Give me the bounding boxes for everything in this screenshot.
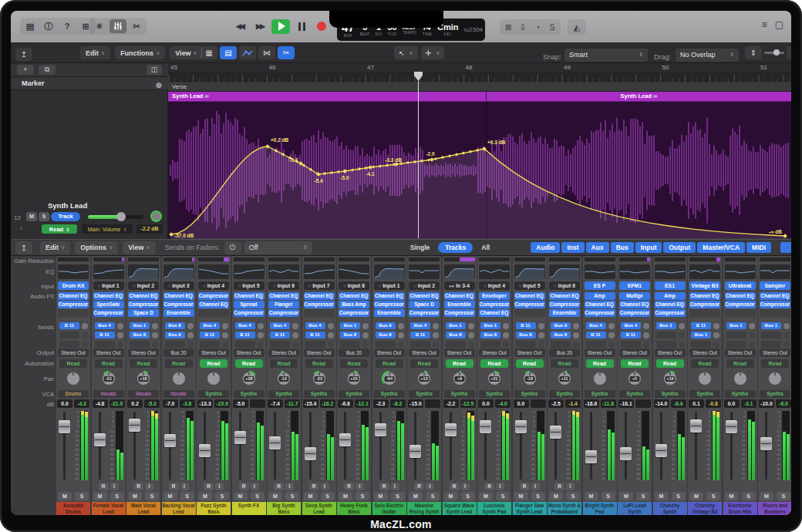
send-level-knob[interactable] xyxy=(749,332,755,338)
send-level-knob[interactable] xyxy=(258,323,264,329)
solo-button[interactable]: S xyxy=(356,492,369,500)
solo-button[interactable]: S xyxy=(531,492,545,500)
vca-assignment[interactable]: Synths xyxy=(479,390,510,398)
vca-assignment[interactable]: Vocals xyxy=(163,390,194,398)
send-slot[interactable]: Bus 4 xyxy=(586,322,606,329)
send-slot[interactable]: Bus 4 xyxy=(200,322,220,329)
send-slot-empty[interactable] xyxy=(691,341,711,348)
output-slot[interactable]: Stereo Out xyxy=(619,348,650,357)
pan-knob[interactable] xyxy=(150,210,162,222)
filter-button-mastervca[interactable]: Master/VCA xyxy=(697,242,745,253)
audio-fx-slot[interactable]: Channel EQ xyxy=(619,301,650,308)
send-level-knob[interactable] xyxy=(222,332,228,338)
input-monitor-button[interactable]: I xyxy=(110,483,119,490)
audio-fx-slot[interactable]: Channel EQ xyxy=(93,292,124,300)
send-level-knob[interactable] xyxy=(679,323,685,329)
record-enable-button[interactable]: R xyxy=(379,483,389,490)
vca-assignment[interactable]: Synths xyxy=(514,390,545,398)
cycle-icon[interactable]: ⋈ xyxy=(258,46,275,59)
automation-mode[interactable]: Read xyxy=(95,359,123,368)
level-meter[interactable] xyxy=(361,411,369,480)
pan-knob[interactable]: +19 xyxy=(662,370,679,387)
fader-cap[interactable] xyxy=(690,419,702,433)
vca-assignment[interactable]: Synths xyxy=(549,390,580,398)
input-slot[interactable]: Vintage B3 xyxy=(689,281,720,290)
input-slot[interactable]: ○Input 6 xyxy=(268,281,299,290)
level-meter[interactable] xyxy=(782,411,790,480)
split-at-playhead-icon[interactable]: ✂ xyxy=(278,46,295,59)
disclosure-icon[interactable]: › xyxy=(20,224,22,232)
channel-name[interactable]: Mono Synth & Pedalboard xyxy=(548,502,581,515)
send-slot-empty[interactable] xyxy=(726,332,746,338)
send-slot[interactable]: B 11 xyxy=(59,322,79,329)
eq-thumbnail[interactable] xyxy=(619,264,650,279)
pan-knob[interactable]: +5 xyxy=(626,370,643,387)
send-level-knob[interactable] xyxy=(328,342,334,348)
mute-button[interactable]: M xyxy=(163,492,177,500)
mixer-icon[interactable] xyxy=(110,19,126,33)
level-meter[interactable] xyxy=(571,411,579,480)
send-slot-empty[interactable] xyxy=(761,341,781,348)
input-slot[interactable]: ○Input 4 xyxy=(479,281,510,290)
solo-button[interactable]: S xyxy=(566,492,580,500)
eq-thumbnail[interactable] xyxy=(268,264,299,279)
send-level-knob[interactable] xyxy=(152,323,158,329)
send-level-knob[interactable] xyxy=(328,323,334,329)
send-level-knob[interactable] xyxy=(503,332,509,338)
send-slot[interactable]: Bus 1 xyxy=(340,322,360,329)
send-slot-empty[interactable] xyxy=(235,341,255,348)
send-slot-empty[interactable] xyxy=(446,341,466,348)
mute-button[interactable]: M xyxy=(585,492,598,500)
send-slot[interactable]: Bus 4 xyxy=(305,322,325,329)
input-monitor-button[interactable]: I xyxy=(426,483,434,490)
send-slot-empty[interactable] xyxy=(621,341,641,348)
send-level-knob[interactable] xyxy=(713,323,719,329)
send-level-knob[interactable] xyxy=(433,342,439,348)
send-slot[interactable]: B 11 xyxy=(691,322,711,329)
tuner-icon[interactable]: ◔ xyxy=(531,23,544,32)
automation-mode[interactable]: Read xyxy=(340,359,368,368)
solo-button[interactable]: S xyxy=(251,492,265,500)
audio-fx-slot[interactable]: Channel EQ xyxy=(760,292,790,300)
send-slot-empty[interactable] xyxy=(270,341,290,348)
rewind-button[interactable]: ◀◀ xyxy=(231,19,248,34)
solo-button[interactable]: S xyxy=(426,492,440,500)
audio-fx-slot[interactable]: Channel EQ xyxy=(268,292,299,300)
channel-name[interactable]: Risers and Boomers xyxy=(758,502,791,515)
input-monitor-button[interactable]: I xyxy=(321,483,329,490)
eq-thumbnail[interactable] xyxy=(585,264,615,279)
channel-name[interactable]: Big Synth Bass xyxy=(267,502,301,515)
pause-button[interactable] xyxy=(293,19,310,34)
audio-fx-slot[interactable]: Channel EQ xyxy=(339,292,369,300)
eq-thumbnail[interactable] xyxy=(725,264,756,279)
pan-knob[interactable]: -18 xyxy=(521,370,538,387)
solo-button[interactable]: S xyxy=(285,492,299,500)
automation-mode[interactable]: Read xyxy=(446,359,473,368)
send-slot[interactable]: Bus 8 xyxy=(551,332,571,338)
vca-assignment[interactable]: Synths xyxy=(198,390,229,398)
mixer-menu-view[interactable]: View∨ xyxy=(123,241,155,254)
input-slot[interactable]: ○Input 5 xyxy=(234,281,265,290)
vca-assignment[interactable]: Vocals xyxy=(93,390,124,398)
channel-name[interactable]: Heavy Funk Bass xyxy=(337,502,371,515)
audio-fx-slot[interactable]: Compressor xyxy=(619,309,650,317)
input-monitor-button[interactable]: I xyxy=(251,483,259,490)
solo-button[interactable]: S xyxy=(706,492,720,500)
pan-knob[interactable] xyxy=(205,370,222,387)
panel-toggle-icon[interactable]: ◫ xyxy=(147,65,162,75)
pan-knob[interactable]: +28 xyxy=(241,370,258,387)
send-slot[interactable]: Bus 8 xyxy=(165,322,185,329)
send-slot[interactable]: Bus 4 xyxy=(235,322,255,329)
channel-name[interactable]: LoFi Lead Synth xyxy=(618,502,652,515)
solo-mode-icon[interactable]: S xyxy=(546,23,558,32)
eq-thumbnail[interactable] xyxy=(234,264,265,279)
audio-fx-slot[interactable]: Compressor xyxy=(655,309,686,317)
send-level-knob[interactable] xyxy=(468,323,474,329)
send-level-knob[interactable] xyxy=(117,342,123,348)
automation-mode[interactable]: Read xyxy=(270,359,298,368)
mute-button[interactable]: M xyxy=(479,492,493,500)
send-level-knob[interactable] xyxy=(292,342,298,348)
output-slot[interactable]: Stereo Out xyxy=(304,348,335,357)
horizontal-zoom-icon[interactable]: ⇔ xyxy=(787,46,791,59)
input-slot[interactable]: ○Input 3 xyxy=(163,281,194,290)
